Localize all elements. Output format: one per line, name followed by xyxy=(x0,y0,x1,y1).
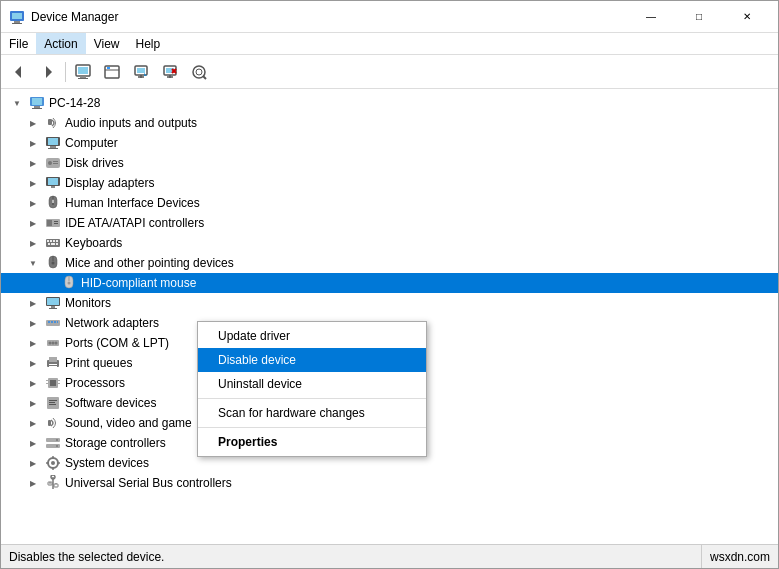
svg-rect-79 xyxy=(46,380,48,381)
close-button[interactable]: ✕ xyxy=(724,7,770,27)
svg-point-90 xyxy=(56,439,58,441)
monitors-expand[interactable]: ▶ xyxy=(25,295,41,311)
tree-view[interactable]: ▼ PC-14-28 ▶ xyxy=(1,89,778,544)
svg-rect-53 xyxy=(56,243,58,245)
ctx-scan-hardware[interactable]: Scan for hardware changes xyxy=(198,401,426,425)
network-expand[interactable]: ▶ xyxy=(25,315,41,331)
svg-point-59 xyxy=(68,282,71,285)
software-icon xyxy=(45,395,61,411)
usb-icon xyxy=(45,475,61,491)
svg-rect-7 xyxy=(78,67,88,74)
back-button[interactable] xyxy=(5,58,33,86)
mice-label: Mice and other pointing devices xyxy=(65,256,234,270)
disk-expand[interactable]: ▶ xyxy=(25,155,41,171)
tree-item-keyboard[interactable]: ▶ Keyboards xyxy=(1,233,778,253)
keyboard-label: Keyboards xyxy=(65,236,122,250)
computer-expand[interactable]: ▶ xyxy=(25,135,41,151)
ide-label: IDE ATA/ATAPI controllers xyxy=(65,216,204,230)
software-label: Software devices xyxy=(65,396,156,410)
tree-item-disk[interactable]: ▶ Disk drives xyxy=(1,153,778,173)
software-expand[interactable]: ▶ xyxy=(25,395,41,411)
tree-item-hid-mouse[interactable]: HID-compliant mouse xyxy=(1,273,778,293)
svg-rect-76 xyxy=(49,366,57,367)
proc-expand[interactable]: ▶ xyxy=(25,375,41,391)
svg-rect-67 xyxy=(54,321,56,323)
hid-mouse-icon xyxy=(61,275,77,291)
display-expand[interactable]: ▶ xyxy=(25,175,41,191)
keyboard-expand[interactable]: ▶ xyxy=(25,235,41,251)
svg-rect-80 xyxy=(46,383,48,384)
tree-item-monitors[interactable]: ▶ Monitors xyxy=(1,293,778,313)
tree-item-audio[interactable]: ▶ Audio inputs and outputs xyxy=(1,113,778,133)
menu-file[interactable]: File xyxy=(1,33,36,54)
svg-rect-8 xyxy=(80,76,86,78)
window-icon xyxy=(9,9,25,25)
network-icon xyxy=(45,315,61,331)
status-text: Disables the selected device. xyxy=(1,550,701,564)
tree-item-usb[interactable]: ▶ Universal Serial Bus controllers xyxy=(1,473,778,493)
sound-expand[interactable]: ▶ xyxy=(25,415,41,431)
svg-rect-63 xyxy=(49,308,57,309)
scan-button[interactable] xyxy=(185,58,213,86)
show-hide-button[interactable] xyxy=(98,58,126,86)
svg-rect-43 xyxy=(47,220,52,226)
svg-rect-37 xyxy=(51,186,55,188)
forward-button[interactable] xyxy=(34,58,62,86)
svg-point-56 xyxy=(52,262,55,265)
proc-icon xyxy=(45,375,61,391)
menu-help[interactable]: Help xyxy=(128,33,169,54)
tree-item-computer[interactable]: ▶ Computer xyxy=(1,133,778,153)
svg-rect-68 xyxy=(57,321,58,323)
update-driver-toolbar-button[interactable] xyxy=(127,58,155,86)
svg-point-32 xyxy=(48,161,52,165)
system-expand[interactable]: ▶ xyxy=(25,455,41,471)
ctx-sep-2 xyxy=(198,427,426,428)
print-expand[interactable]: ▶ xyxy=(25,355,41,371)
svg-rect-49 xyxy=(53,240,55,242)
audio-expand[interactable]: ▶ xyxy=(25,115,41,131)
svg-rect-33 xyxy=(53,161,58,162)
mice-expand[interactable]: ▼ xyxy=(25,255,41,271)
ide-expand[interactable]: ▶ xyxy=(25,215,41,231)
mice-icon xyxy=(45,255,61,271)
computer-icon xyxy=(29,95,45,111)
svg-point-21 xyxy=(196,69,202,75)
ctx-disable-device[interactable]: Disable device xyxy=(198,348,426,372)
disk-icon xyxy=(45,155,61,171)
svg-marker-5 xyxy=(46,66,52,78)
svg-rect-52 xyxy=(51,243,55,245)
ctx-properties[interactable]: Properties xyxy=(198,430,426,454)
tree-item-display[interactable]: ▶ Display adapters xyxy=(1,173,778,193)
device-manager-window: Device Manager — □ ✕ File Action View He… xyxy=(0,0,779,569)
monitors-icon xyxy=(45,295,61,311)
svg-point-93 xyxy=(51,461,55,465)
ports-expand[interactable]: ▶ xyxy=(25,335,41,351)
svg-rect-62 xyxy=(51,306,55,308)
tree-item-ide[interactable]: ▶ IDE ATA/ATAPI controllers xyxy=(1,213,778,233)
maximize-button[interactable]: □ xyxy=(676,7,722,27)
tree-item-hid[interactable]: ▶ Human Interface Devices xyxy=(1,193,778,213)
ctx-uninstall-device[interactable]: Uninstall device xyxy=(198,372,426,396)
storage-expand[interactable]: ▶ xyxy=(25,435,41,451)
root-expand[interactable]: ▼ xyxy=(9,95,25,111)
tree-root[interactable]: ▼ PC-14-28 xyxy=(1,93,778,113)
audio-icon xyxy=(45,115,61,131)
menu-action[interactable]: Action xyxy=(36,33,85,54)
display-label: Display adapters xyxy=(65,176,154,190)
hid-expand[interactable]: ▶ xyxy=(25,195,41,211)
tree-item-mice[interactable]: ▼ Mice and other pointing devices xyxy=(1,253,778,273)
ide-icon xyxy=(45,215,61,231)
usb-label: Universal Serial Bus controllers xyxy=(65,476,232,490)
svg-rect-28 xyxy=(48,138,58,145)
usb-expand[interactable]: ▶ xyxy=(25,475,41,491)
ctx-update-driver[interactable]: Update driver xyxy=(198,324,426,348)
sound-label: Sound, video and game xyxy=(65,416,192,430)
properties-button[interactable] xyxy=(69,58,97,86)
minimize-button[interactable]: — xyxy=(628,7,674,27)
menu-view[interactable]: View xyxy=(86,33,128,54)
uninstall-button[interactable] xyxy=(156,58,184,86)
svg-rect-50 xyxy=(56,240,58,242)
svg-rect-48 xyxy=(50,240,52,242)
svg-rect-86 xyxy=(49,404,56,405)
hid-icon xyxy=(45,195,61,211)
